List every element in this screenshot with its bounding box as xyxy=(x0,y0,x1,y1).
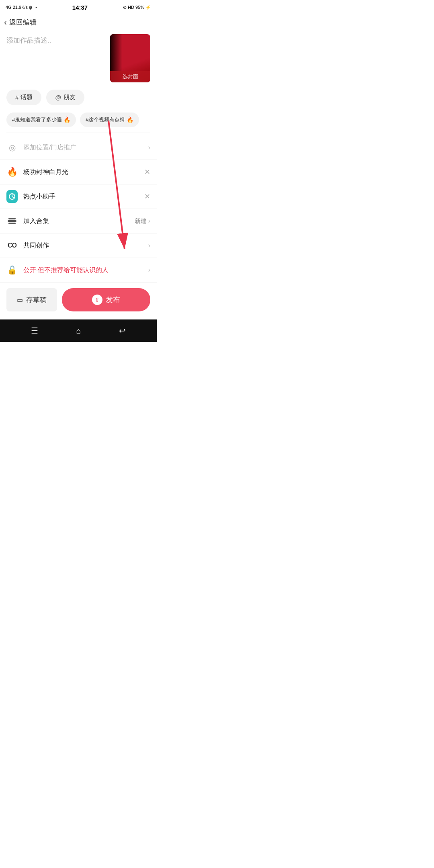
draft-button[interactable]: ▭ 存草稿 xyxy=(6,288,57,311)
collection-icon-wrap xyxy=(6,215,18,227)
status-left: 4G 21.9K/s ψ ··· xyxy=(6,5,37,10)
tag-buttons-row: # 话题 @ 朋友 xyxy=(0,86,157,109)
trending-row[interactable]: 🔥 杨功封神白月光 ✕ xyxy=(0,160,157,184)
publish-circle: ⇧ xyxy=(92,295,102,305)
trending-close-icon[interactable]: ✕ xyxy=(144,168,150,176)
hashtag-chips-row: #鬼知道我看了多少遍 🔥 #这个视频有点抖 🔥 xyxy=(0,109,157,130)
collection-label: 加入合集 xyxy=(23,217,129,225)
status-bar: 4G 21.9K/s ψ ··· 14:37 ⊙ HD 95% ⚡ xyxy=(0,0,157,14)
back-label[interactable]: 返回编辑 xyxy=(9,18,37,27)
collection-new: 新建 › xyxy=(135,217,150,225)
mention-label: 朋友 xyxy=(63,94,76,101)
top-nav: ‹ 返回编辑 xyxy=(0,14,157,31)
hot-assistant-close-icon[interactable]: ✕ xyxy=(144,192,150,201)
co-icon-wrap: CO xyxy=(6,240,18,251)
bottom-bar: ▭ 存草稿 ⇧ 发布 xyxy=(0,283,157,319)
draft-label: 存草稿 xyxy=(26,295,47,305)
trending-label: 杨功封神白月光 xyxy=(23,168,139,176)
hash-icon: # xyxy=(15,94,18,101)
lock-icon-wrap: 🔓 xyxy=(6,264,18,276)
collaborate-row[interactable]: CO 共同创作 › xyxy=(0,233,157,258)
privacy-label: 公开·但不推荐给可能认识的人 xyxy=(23,266,143,274)
flame-icon: 🔥 xyxy=(7,167,18,177)
description-area: 添加作品描述.. 选封面 xyxy=(0,31,157,86)
publish-label: 发布 xyxy=(106,295,120,305)
hashtag-label: 话题 xyxy=(20,94,33,101)
description-placeholder[interactable]: 添加作品描述.. xyxy=(6,34,105,45)
hashtag-chip-2-text: #这个视频有点抖 xyxy=(86,116,125,123)
location-row[interactable]: ◎ 添加位置/门店推广 › xyxy=(0,135,157,160)
at-icon: @ xyxy=(55,94,61,101)
hot-assistant-icon-wrap xyxy=(6,191,18,202)
hot-assistant-icon xyxy=(6,190,18,203)
privacy-chevron-icon: › xyxy=(148,266,150,274)
cover-label[interactable]: 选封面 xyxy=(110,71,150,82)
back-nav-icon[interactable]: ↩ xyxy=(119,326,126,336)
publish-up-icon: ⇧ xyxy=(95,297,100,303)
hashtag-chip-1-text: #鬼知道我看了多少遍 xyxy=(12,116,62,123)
hashtag-button[interactable]: # 话题 xyxy=(6,90,41,105)
co-icon: CO xyxy=(8,242,16,249)
status-time: 14:37 xyxy=(72,4,88,11)
location-label: 添加位置/门店推广 xyxy=(23,143,143,152)
flame-icon-wrap: 🔥 xyxy=(6,166,18,178)
hot-assistant-row[interactable]: 热点小助手 ✕ xyxy=(0,184,157,209)
location-icon: ◎ xyxy=(9,143,16,152)
home-icon[interactable]: ⌂ xyxy=(76,326,81,336)
back-icon[interactable]: ‹ xyxy=(4,18,7,27)
location-chevron-icon: › xyxy=(148,144,150,151)
collection-chevron-icon: › xyxy=(148,217,150,225)
menu-icon[interactable]: ☰ xyxy=(31,326,38,336)
hot-assistant-label: 热点小助手 xyxy=(23,192,139,201)
divider-1 xyxy=(6,133,150,133)
home-bar: ☰ ⌂ ↩ xyxy=(0,319,157,342)
status-right: ⊙ HD 95% ⚡ xyxy=(123,5,151,10)
publish-button[interactable]: ⇧ 发布 xyxy=(62,288,150,311)
location-icon-wrap: ◎ xyxy=(6,142,18,153)
fire-icon-1: 🔥 xyxy=(63,117,70,123)
privacy-row[interactable]: 🔓 公开·但不推荐给可能认识的人 › xyxy=(0,258,157,283)
layers-icon xyxy=(8,218,16,224)
collection-row[interactable]: 加入合集 新建 › xyxy=(0,209,157,233)
mention-button[interactable]: @ 朋友 xyxy=(46,90,84,105)
hashtag-chip-2[interactable]: #这个视频有点抖 🔥 xyxy=(80,113,139,127)
hashtag-chip-1[interactable]: #鬼知道我看了多少遍 🔥 xyxy=(6,113,76,127)
draft-icon: ▭ xyxy=(17,296,23,304)
collaborate-chevron-icon: › xyxy=(148,242,150,249)
fire-icon-2: 🔥 xyxy=(127,117,133,123)
collaborate-label: 共同创作 xyxy=(23,242,143,250)
cover-thumbnail[interactable]: 选封面 xyxy=(110,34,150,82)
lock-icon: 🔓 xyxy=(7,265,17,275)
